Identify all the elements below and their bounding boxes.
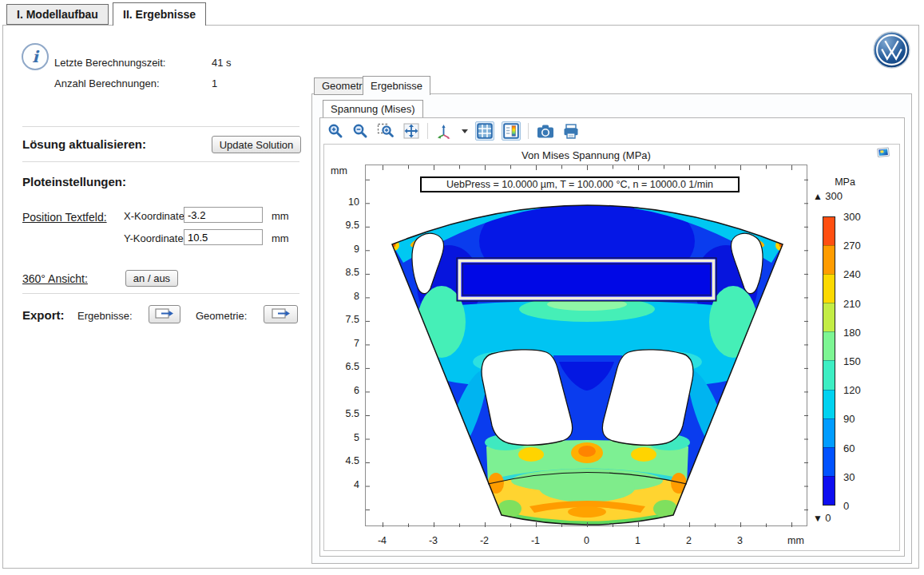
x-tick-label: -2 bbox=[473, 535, 497, 546]
y-tick-label: 9.5 bbox=[331, 220, 359, 231]
view-360-toggle-button[interactable]: an / aus bbox=[125, 270, 178, 287]
colorbar-tick-label: 60 bbox=[843, 442, 855, 454]
y-tick-label: 7.5 bbox=[331, 314, 359, 325]
colorbar-tick-label: 210 bbox=[843, 298, 861, 310]
colorbar bbox=[823, 216, 835, 506]
colorbar-band bbox=[823, 447, 835, 476]
graphics-toolbar bbox=[327, 121, 580, 141]
x-coordinate-input[interactable] bbox=[184, 207, 263, 223]
export-geometry-label: Geometrie: bbox=[196, 310, 247, 322]
last-computation-time-value: 41 s bbox=[212, 57, 232, 69]
colorbar-unit: MPa bbox=[827, 176, 863, 188]
x-axis-unit: mm bbox=[787, 535, 804, 546]
colorbar-band bbox=[823, 274, 835, 303]
colorbar-min-value: 0 bbox=[825, 512, 831, 524]
toolbar-separator bbox=[427, 123, 428, 139]
colorbar-min-marker: ▼ 0 bbox=[813, 512, 831, 524]
update-solution-button[interactable]: Update Solution bbox=[212, 136, 301, 153]
vw-logo bbox=[873, 31, 910, 71]
y-tick-label: 5 bbox=[331, 432, 359, 443]
divider bbox=[22, 293, 299, 294]
colorbar-max-marker: ▲ 300 bbox=[813, 190, 843, 202]
graphics-canvas[interactable]: Von Mises Spannung (MPa) mm bbox=[323, 144, 900, 551]
colorbar-tick-label: 120 bbox=[843, 384, 861, 396]
y-tick-label: 7 bbox=[331, 338, 359, 349]
colorbar-band bbox=[823, 245, 835, 274]
zoom-extents-icon[interactable] bbox=[403, 122, 420, 140]
tab-ergebnisse[interactable]: II. Ergebnisse bbox=[113, 2, 206, 26]
export-icon bbox=[272, 307, 291, 322]
triangle-down-icon: ▼ bbox=[813, 513, 823, 524]
plot-frame bbox=[365, 165, 807, 526]
view-orientation-icon[interactable] bbox=[435, 122, 453, 140]
y-coordinate-label: Y-Koordinate: bbox=[124, 232, 186, 244]
colorbar-tick-label: 0 bbox=[843, 500, 849, 512]
colorbar-tick-label: 300 bbox=[843, 211, 861, 223]
triangle-up-icon: ▲ bbox=[813, 191, 823, 202]
colorbar-band bbox=[823, 418, 835, 447]
colorbar-tick-label: 180 bbox=[843, 327, 861, 339]
x-tick-label: -3 bbox=[422, 535, 446, 546]
colorbar-tick-label: 240 bbox=[843, 268, 861, 280]
colorbar-band bbox=[823, 303, 835, 331]
zoom-out-icon[interactable] bbox=[351, 122, 369, 140]
update-solution-heading: Lösung aktualisieren: bbox=[22, 137, 146, 151]
y-tick-label: 4.5 bbox=[331, 455, 359, 466]
divider bbox=[22, 126, 299, 127]
x-coordinate-label: X-Koordinate: bbox=[124, 210, 188, 222]
stress-surface-plot bbox=[366, 165, 808, 527]
y-tick-label: 8.5 bbox=[331, 267, 359, 278]
plot-settings-heading: Ploteinstellungen: bbox=[22, 175, 126, 188]
export-heading: Export: bbox=[22, 308, 65, 322]
y-tick-label: 4 bbox=[331, 479, 359, 490]
colorbar-max-value: 300 bbox=[825, 190, 843, 202]
last-computation-time-label: Letzte Berechnungszeit: bbox=[54, 57, 165, 69]
colorbar-band bbox=[823, 360, 835, 389]
y-tick-label: 5.5 bbox=[331, 408, 359, 419]
y-coordinate-unit: mm bbox=[272, 232, 289, 244]
divider bbox=[22, 161, 299, 162]
colorbar-band bbox=[823, 476, 835, 505]
y-coordinate-input[interactable] bbox=[184, 229, 263, 245]
view-360-label: 360° Ansicht: bbox=[22, 272, 88, 285]
colorbar-tick-label: 90 bbox=[843, 413, 855, 425]
grid-toggle-icon[interactable] bbox=[475, 121, 494, 141]
info-icon-glyph: i bbox=[32, 47, 38, 66]
zoom-in-icon[interactable] bbox=[327, 122, 344, 140]
plot-group-icon bbox=[877, 146, 890, 161]
snapshot-camera-icon[interactable] bbox=[536, 123, 555, 140]
y-tick-label: 9 bbox=[331, 244, 359, 255]
textfield-position-label: Position Textfeld: bbox=[22, 211, 107, 224]
colorbar-tick-label: 270 bbox=[843, 240, 861, 252]
y-axis-unit: mm bbox=[331, 165, 347, 176]
parameter-annotation-box: UebPress = 10.0000 µm, T = 100.000 °C, n… bbox=[420, 176, 740, 192]
x-tick-label: 1 bbox=[626, 535, 650, 546]
colorbar-tick-label: 150 bbox=[843, 355, 861, 367]
colorbar-band bbox=[823, 217, 835, 245]
x-tick-label: -1 bbox=[524, 535, 548, 546]
toolbar-separator bbox=[528, 123, 529, 139]
colorbar-band bbox=[823, 390, 835, 418]
computation-count-value: 1 bbox=[212, 77, 217, 89]
x-tick-label: -4 bbox=[371, 535, 395, 546]
y-tick-label: 6 bbox=[331, 385, 359, 396]
y-tick-label: 10 bbox=[331, 196, 359, 208]
colorbar-band bbox=[823, 331, 835, 360]
zoom-box-icon[interactable] bbox=[376, 122, 395, 140]
colorbar-tick-label: 30 bbox=[843, 471, 855, 483]
color-legend-toggle-icon[interactable] bbox=[502, 121, 521, 141]
x-tick-label: 3 bbox=[728, 535, 752, 546]
x-coordinate-unit: mm bbox=[272, 210, 289, 222]
export-results-button[interactable] bbox=[149, 305, 180, 323]
tab-modellaufbau[interactable]: I. Modellaufbau bbox=[6, 4, 109, 25]
export-results-label: Ergebnisse: bbox=[77, 310, 133, 322]
tab-spannung-mises[interactable]: Spannung (Mises) bbox=[323, 100, 423, 117]
x-tick-label: 0 bbox=[575, 535, 599, 546]
tab-ergebnisse-right[interactable]: Ergebnisse bbox=[363, 76, 430, 95]
view-orientation-dropdown-caret[interactable] bbox=[462, 129, 468, 133]
x-tick-label: 2 bbox=[677, 535, 701, 546]
info-icon: i bbox=[22, 43, 49, 70]
print-icon[interactable] bbox=[562, 123, 580, 140]
export-geometry-button[interactable] bbox=[264, 305, 298, 323]
y-tick-label: 8 bbox=[331, 291, 359, 302]
